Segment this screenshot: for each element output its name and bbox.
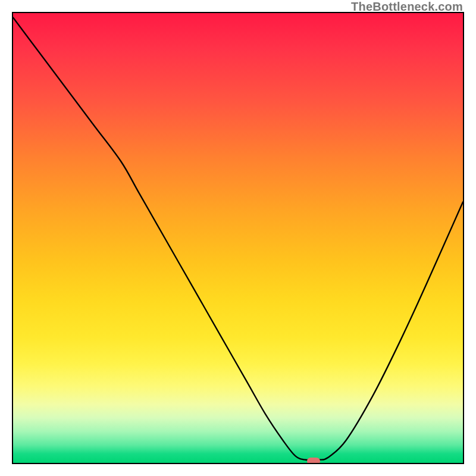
chart-frame: TheBottleneck.com [0, 0, 476, 476]
bottleneck-curve [13, 18, 463, 461]
curve-svg [13, 13, 463, 463]
optimal-marker [307, 458, 320, 464]
plot-area [12, 12, 464, 464]
